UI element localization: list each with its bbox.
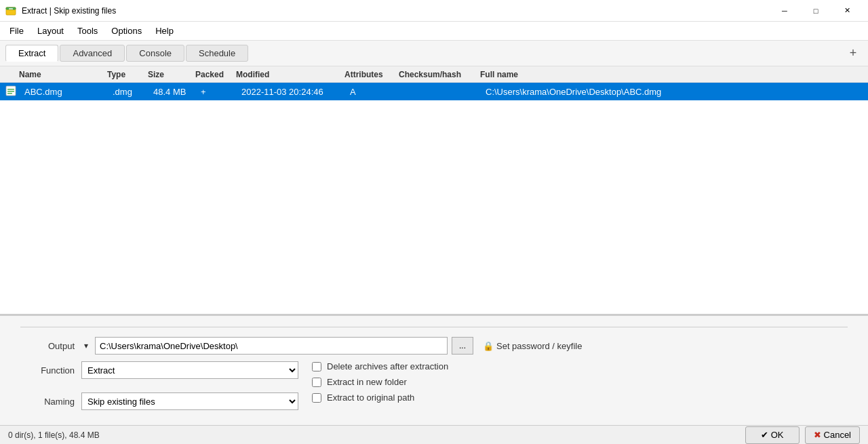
col-header-packed: Packed: [191, 70, 232, 79]
output-path-input[interactable]: [95, 337, 448, 355]
checkbox-extract-new-folder-label: Extract in new folder: [327, 377, 407, 387]
bottom-panel: Output ▾ ... 🔒 Set password / keyfile Fu…: [0, 315, 868, 425]
naming-row: Naming Skip existing files Overwrite Aut…: [20, 392, 298, 410]
menu-tools[interactable]: Tools: [71, 23, 104, 39]
password-label: Set password / keyfile: [496, 341, 582, 351]
form-split-section: Function Extract Test List Naming Skip e…: [20, 361, 848, 417]
cancel-label: Cancel: [824, 430, 851, 440]
svg-rect-2: [9, 8, 13, 9]
checkbox-extract-new-folder[interactable]: Extract in new folder: [312, 377, 448, 387]
output-row: Output ▾ ... 🔒 Set password / keyfile: [20, 337, 848, 355]
col-header-size: Size: [144, 70, 191, 79]
naming-label: Naming: [20, 397, 75, 407]
maximize-button[interactable]: □: [800, 0, 831, 22]
function-select[interactable]: Extract Test List: [81, 361, 298, 379]
cell-name: ABC.dmg: [20, 87, 108, 97]
browse-button[interactable]: ...: [452, 337, 473, 355]
cell-size: 48.4 MB: [149, 87, 197, 97]
toolbar: Extract Advanced Console Schedule +: [0, 41, 868, 66]
window-title: Extract | Skip existing files: [22, 6, 769, 16]
menu-help[interactable]: Help: [149, 23, 180, 39]
cell-packed: +: [197, 87, 237, 97]
password-button[interactable]: 🔒 Set password / keyfile: [477, 338, 587, 354]
col-header-attributes: Attributes: [340, 70, 395, 79]
function-label: Function: [20, 365, 75, 376]
cell-type: .dmg: [108, 87, 149, 97]
svg-rect-6: [7, 93, 12, 94]
col-header-checksum: Checksum/hash: [395, 70, 476, 79]
col-header-name: Name: [15, 70, 103, 79]
checkbox-extract-original-path[interactable]: Extract to original path: [312, 392, 448, 403]
file-list-area: Name Type Size Packed Modified Attribute…: [0, 66, 868, 315]
svg-rect-5: [7, 91, 14, 92]
statusbar-info: 0 dir(s), 1 file(s), 48.4 MB: [8, 430, 100, 440]
close-button[interactable]: ✕: [831, 0, 863, 22]
tab-console[interactable]: Console: [126, 45, 184, 62]
right-options: Delete archives after extraction Extract…: [312, 361, 448, 417]
function-row: Function Extract Test List: [20, 361, 298, 379]
ok-button[interactable]: ✔ OK: [745, 426, 800, 444]
ok-label: OK: [771, 430, 784, 440]
divider: [20, 327, 848, 327]
ok-icon: ✔: [761, 430, 768, 440]
statusbar: 0 dir(s), 1 file(s), 48.4 MB ✔ OK ✖ Canc…: [0, 425, 868, 444]
col-header-modified: Modified: [232, 70, 340, 79]
tab-advanced[interactable]: Advanced: [60, 45, 125, 62]
cancel-button[interactable]: ✖ Cancel: [805, 426, 860, 444]
window-controls: ─ □ ✕: [769, 0, 863, 22]
table-row[interactable]: ABC.dmg .dmg 48.4 MB + 2022-11-03 20:24:…: [0, 83, 868, 100]
app-icon: [5, 5, 16, 16]
left-section: Function Extract Test List Naming Skip e…: [20, 361, 298, 417]
checkbox-extract-original-path-label: Extract to original path: [327, 392, 414, 403]
cell-modified: 2022-11-03 20:24:46: [237, 87, 346, 97]
statusbar-buttons: ✔ OK ✖ Cancel: [745, 426, 860, 444]
svg-rect-4: [7, 89, 14, 90]
menubar: File Layout Tools Options Help: [0, 22, 868, 41]
titlebar: Extract | Skip existing files ─ □ ✕: [0, 0, 868, 22]
lock-icon: 🔒: [483, 341, 494, 351]
menu-layout[interactable]: Layout: [31, 23, 71, 39]
checkbox-extract-original-path-input[interactable]: [312, 393, 321, 403]
output-dropdown-btn[interactable]: ▾: [81, 340, 91, 352]
checkbox-delete-archives-input[interactable]: [312, 362, 321, 371]
checkbox-delete-archives-label: Delete archives after extraction: [327, 361, 448, 371]
minimize-button[interactable]: ─: [769, 0, 800, 22]
output-label: Output: [20, 341, 75, 351]
add-button[interactable]: +: [844, 44, 863, 63]
cell-attributes: A: [346, 87, 400, 97]
tab-schedule[interactable]: Schedule: [186, 45, 248, 62]
col-header-type: Type: [103, 70, 144, 79]
file-list-header: Name Type Size Packed Modified Attribute…: [0, 66, 868, 83]
cancel-icon: ✖: [814, 430, 821, 440]
checkbox-extract-new-folder-input[interactable]: [312, 378, 321, 387]
output-section: ▾ ... 🔒 Set password / keyfile: [81, 337, 848, 355]
tab-extract[interactable]: Extract: [5, 45, 58, 62]
naming-select[interactable]: Skip existing files Overwrite Auto renam…: [81, 392, 298, 410]
file-icon: [5, 85, 18, 98]
cell-fullname: C:\Users\krama\OneDrive\Desktop\ABC.dmg: [481, 87, 868, 97]
menu-file[interactable]: File: [3, 23, 31, 39]
col-header-fullname: Full name: [476, 70, 868, 79]
checkbox-delete-archives[interactable]: Delete archives after extraction: [312, 361, 448, 371]
menu-options[interactable]: Options: [104, 23, 149, 39]
